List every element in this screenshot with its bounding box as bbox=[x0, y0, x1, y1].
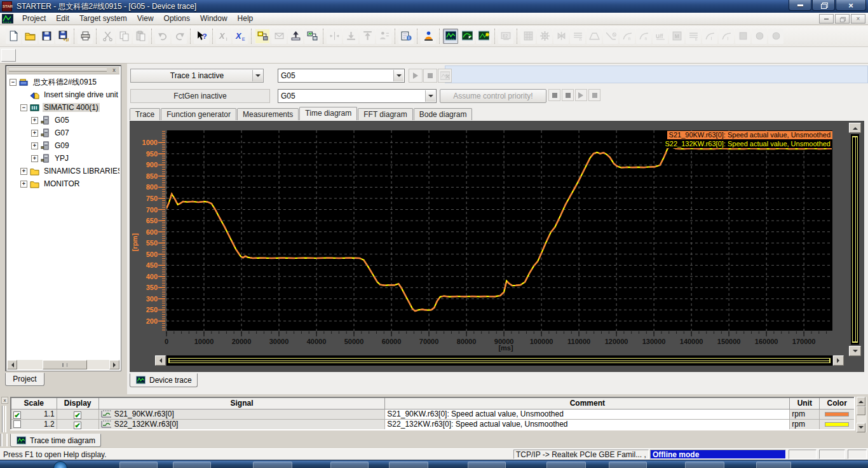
toolbar-valve-button[interactable] bbox=[553, 29, 569, 44]
menu-project[interactable]: Project bbox=[17, 13, 51, 24]
toolbar-coil-m-button[interactable] bbox=[686, 29, 701, 44]
display-checkbox[interactable]: ✔ bbox=[74, 411, 81, 419]
close-button[interactable]: × bbox=[836, 0, 866, 11]
hscale-right-button[interactable] bbox=[833, 355, 844, 366]
taskbar-button-3[interactable] bbox=[253, 462, 292, 468]
toolbar-circle-1-button[interactable] bbox=[752, 29, 767, 44]
tree-panel-header[interactable]: x bbox=[7, 67, 119, 74]
hscale-track[interactable] bbox=[166, 355, 832, 366]
tree-scrollbar-thumb[interactable] bbox=[43, 360, 87, 369]
tab-function-generator[interactable]: Function generator bbox=[161, 108, 236, 120]
menu-options[interactable]: Options bbox=[159, 13, 195, 24]
minimize-button[interactable] bbox=[789, 0, 811, 11]
scale-checkbox[interactable] bbox=[13, 420, 21, 428]
trace-selector-dropdown[interactable]: Trace 1 inactive bbox=[130, 69, 264, 83]
expand-icon[interactable]: + bbox=[31, 130, 38, 137]
toolbar-curve-n2-button[interactable] bbox=[636, 29, 651, 44]
tree-scroll-left-button[interactable] bbox=[7, 360, 17, 369]
toolbar-new-button[interactable] bbox=[6, 29, 21, 44]
column-header-color[interactable]: Color bbox=[820, 397, 855, 409]
tree-item-2-0915[interactable]: −思文科德2#线0915 bbox=[7, 76, 119, 88]
device-combo-1-arrow[interactable] bbox=[393, 70, 403, 81]
vscale-up-button[interactable] bbox=[849, 123, 861, 133]
hscale-range-handle[interactable] bbox=[168, 358, 831, 363]
column-header-comment[interactable]: Comment bbox=[385, 397, 790, 409]
toolbar-trapezoid-button[interactable] bbox=[587, 29, 602, 44]
start-orb[interactable] bbox=[53, 461, 67, 468]
trace-time-diagram-tab[interactable]: Trace time diagram bbox=[10, 434, 101, 447]
project-panel-tab[interactable]: Project bbox=[5, 373, 44, 386]
tree-item-simatic-400-1[interactable]: −SIMATIC 400(1) bbox=[7, 101, 119, 114]
toolbar-redo-button[interactable] bbox=[172, 29, 187, 44]
mdi-restore-button[interactable] bbox=[835, 14, 850, 24]
signal-panel-close-button[interactable]: x bbox=[1, 397, 8, 404]
table-scroll-up-button[interactable] bbox=[857, 397, 865, 406]
menu-edit[interactable]: Edit bbox=[51, 13, 74, 24]
expand-icon[interactable]: + bbox=[20, 168, 27, 175]
toolbar-select-xi-button[interactable] bbox=[216, 29, 231, 44]
toolbar-download-to-target-button[interactable] bbox=[271, 29, 287, 44]
trace-cancel-button[interactable] bbox=[438, 69, 452, 83]
toolbar-disconnect-target-button[interactable] bbox=[304, 29, 320, 44]
toolbar-align-button[interactable] bbox=[327, 29, 342, 44]
tree-item-insert-single-drive-unit[interactable]: Insert single drive unit bbox=[7, 88, 119, 101]
device-combo-2-arrow[interactable] bbox=[425, 90, 435, 102]
tab-time-diagram[interactable]: Time diagram bbox=[299, 107, 357, 120]
toolbar-upload-to-pg-button[interactable] bbox=[288, 29, 303, 44]
color-cell[interactable] bbox=[820, 409, 855, 419]
restore-button[interactable] bbox=[812, 0, 835, 11]
taskbar-button-1[interactable] bbox=[119, 462, 158, 468]
fctgen-stop2-button[interactable] bbox=[562, 89, 574, 101]
tab-measurements[interactable]: Measurements bbox=[237, 108, 299, 120]
menu-help[interactable]: Help bbox=[233, 13, 259, 24]
signal-cell[interactable]: S21_90KW.r63[0] bbox=[98, 409, 385, 419]
table-scroll-down-button[interactable] bbox=[857, 423, 865, 432]
comment-cell[interactable]: S21_90KW.r63[0]: Speed actual value, Uns… bbox=[385, 409, 790, 419]
vscale-range-handle[interactable] bbox=[852, 136, 858, 343]
vscale-down-button[interactable] bbox=[849, 346, 861, 356]
tree-item-g09[interactable]: +G09 bbox=[7, 139, 119, 152]
toolbar-square-button[interactable] bbox=[735, 29, 750, 44]
toolbar-u-f-control-button[interactable] bbox=[653, 29, 668, 44]
fctgen-pause-button[interactable] bbox=[588, 89, 600, 101]
comment-cell[interactable]: S22_132KW.r63[0]: Speed actual value, Un… bbox=[385, 419, 790, 430]
fctgen-start-button[interactable] bbox=[575, 89, 587, 101]
toolbar-save-button[interactable] bbox=[39, 29, 54, 44]
toolbar-print-button[interactable] bbox=[78, 29, 93, 44]
signal-table-scrollbar[interactable] bbox=[857, 397, 867, 432]
assume-control-priority-button[interactable]: Assume control priority! bbox=[440, 89, 546, 103]
tab-fft-diagram[interactable]: FFT diagram bbox=[358, 108, 412, 120]
toolbar-cut-button[interactable] bbox=[100, 29, 115, 44]
collapse-icon[interactable]: − bbox=[10, 79, 17, 86]
expand-icon[interactable]: + bbox=[31, 155, 38, 162]
tree-scroll-right-button[interactable] bbox=[109, 360, 119, 369]
toolbar-measuring-function-button[interactable] bbox=[459, 29, 475, 44]
taskbar-button-10[interactable] bbox=[756, 462, 791, 468]
tree-item-g07[interactable]: +G07 bbox=[7, 127, 119, 139]
tree-horizontal-scrollbar[interactable] bbox=[7, 360, 119, 369]
toolbar-load-to-device-button[interactable] bbox=[343, 29, 358, 44]
hscale-left-button[interactable] bbox=[155, 355, 166, 366]
taskbar-button-6[interactable] bbox=[468, 462, 506, 468]
trace-selector-arrow[interactable] bbox=[252, 70, 262, 81]
taskbar-button-5[interactable] bbox=[389, 462, 428, 468]
toolbar-copy-ram-rom-button[interactable] bbox=[376, 29, 391, 44]
toolbar-motor-module-button[interactable] bbox=[669, 29, 684, 44]
expand-icon[interactable]: + bbox=[31, 117, 38, 124]
toolbar-curve-i2-button[interactable] bbox=[719, 29, 734, 44]
taskbar-button-7[interactable] bbox=[546, 462, 586, 468]
toolbar-pg-pc-settings-button[interactable] bbox=[498, 29, 513, 44]
signal-cell[interactable]: S22_132KW.r63[0] bbox=[98, 419, 385, 430]
device-combo-1[interactable]: G05 bbox=[278, 69, 405, 83]
tree-item-ypj[interactable]: +YPJ bbox=[7, 152, 119, 165]
color-cell[interactable] bbox=[820, 419, 855, 430]
fctgen-stop1-button[interactable] bbox=[548, 89, 560, 101]
toolbar-connect-target-button[interactable] bbox=[255, 29, 270, 44]
toolbar-gear-button[interactable] bbox=[537, 29, 552, 44]
column-header-signal[interactable]: Signal bbox=[98, 397, 385, 409]
toolbar-undo-button[interactable] bbox=[155, 29, 170, 44]
toolbar-commissioning-button[interactable] bbox=[421, 29, 436, 44]
toolbar-context-help-button[interactable] bbox=[194, 29, 209, 44]
toolbar-select-xe-button[interactable] bbox=[233, 29, 248, 44]
menu-target-system[interactable]: Target system bbox=[74, 13, 132, 24]
